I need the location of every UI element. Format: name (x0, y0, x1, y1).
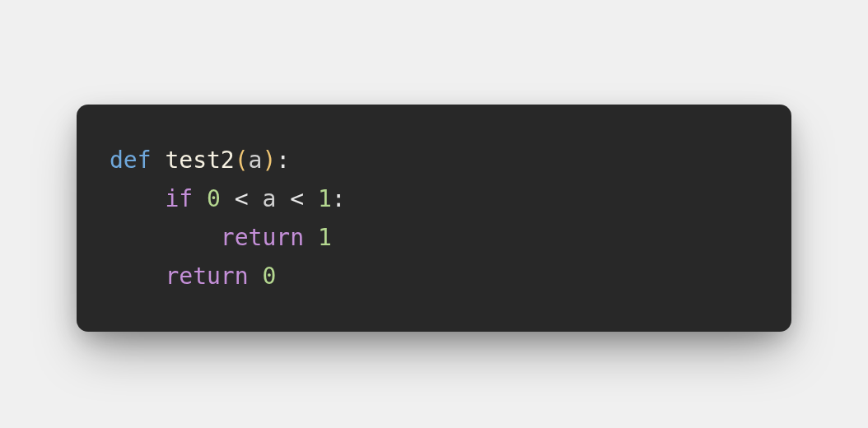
token-number: 0 (262, 263, 276, 290)
token-keyword-if: if (165, 185, 193, 212)
token-keyword-return: return (221, 224, 304, 251)
token-operator-lt: < (290, 185, 304, 212)
code-content: def test2(a): if 0 < a < 1: return 1 ret… (110, 141, 758, 295)
token-variable: a (262, 185, 276, 212)
token-paren-close: ) (262, 147, 276, 174)
token-colon: : (332, 185, 346, 212)
code-block: def test2(a): if 0 < a < 1: return 1 ret… (77, 105, 791, 332)
token-number: 1 (318, 185, 332, 212)
token-number: 1 (318, 224, 332, 251)
token-keyword-return: return (165, 263, 248, 290)
token-function-name: test2 (165, 147, 234, 174)
token-param: a (249, 147, 263, 174)
token-paren-open: ( (235, 147, 249, 174)
token-operator-lt: < (235, 185, 249, 212)
token-keyword-def: def (110, 147, 152, 174)
token-number: 0 (207, 185, 221, 212)
token-colon: : (276, 147, 290, 174)
